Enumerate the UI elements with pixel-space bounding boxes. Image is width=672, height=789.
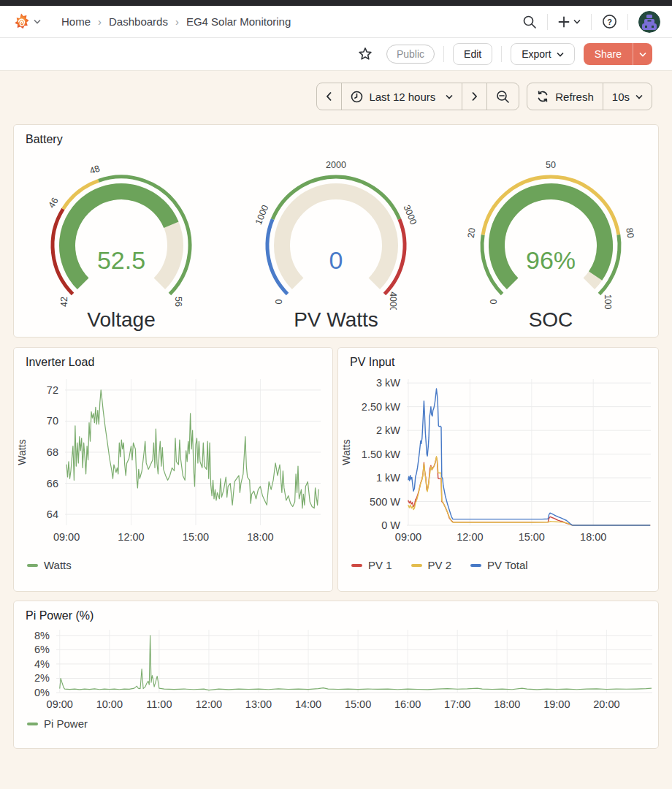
legend-swatch-icon bbox=[27, 564, 38, 567]
svg-text:70: 70 bbox=[47, 415, 58, 427]
svg-text:14:00: 14:00 bbox=[295, 698, 321, 710]
time-shift-forward-button[interactable] bbox=[462, 83, 486, 110]
panel-title-battery[interactable]: Battery bbox=[14, 125, 658, 148]
svg-text:Watts: Watts bbox=[340, 439, 352, 465]
star-button[interactable] bbox=[357, 46, 373, 62]
svg-text:2 kW: 2 kW bbox=[376, 424, 400, 436]
svg-text:20:00: 20:00 bbox=[593, 698, 619, 710]
svg-text:0: 0 bbox=[489, 300, 499, 305]
search-button[interactable] bbox=[522, 15, 537, 29]
inverter-load-legend: Watts bbox=[14, 554, 332, 571]
panel-title-pv-input[interactable]: PV Input bbox=[338, 348, 658, 370]
divider bbox=[443, 46, 444, 62]
svg-text:46: 46 bbox=[46, 196, 60, 210]
svg-text:10:00: 10:00 bbox=[96, 698, 123, 710]
legend-item[interactable]: Watts bbox=[27, 559, 72, 571]
share-caret-button[interactable] bbox=[633, 43, 652, 65]
svg-text:4%: 4% bbox=[34, 658, 50, 670]
chevron-down-icon bbox=[573, 19, 581, 24]
time-shift-back-button[interactable] bbox=[317, 83, 341, 110]
svg-text:4000: 4000 bbox=[388, 291, 398, 310]
share-button[interactable]: Share bbox=[584, 43, 633, 65]
svg-text:19:00: 19:00 bbox=[543, 698, 570, 710]
gauge-voltage: 4246485652.5 Voltage bbox=[14, 158, 229, 332]
avatar-icon bbox=[638, 11, 660, 33]
breadcrumb-dashboards[interactable]: Dashboards bbox=[109, 15, 168, 28]
chevron-down-icon bbox=[34, 19, 41, 24]
pi-power-panel: Pi Power (%) 09:0010:0011:0012:0013:0014… bbox=[13, 601, 659, 749]
gauge-title-pv-watts: PV Watts bbox=[294, 308, 378, 332]
chevron-left-icon bbox=[326, 91, 332, 102]
new-add-button[interactable] bbox=[558, 16, 581, 28]
legend-item[interactable]: PV 1 bbox=[351, 559, 392, 571]
svg-text:12:00: 12:00 bbox=[118, 531, 144, 543]
time-controls-bar: Last 12 hours bbox=[0, 82, 672, 111]
breadcrumb-home[interactable]: Home bbox=[61, 15, 91, 28]
inverter-load-panel: Inverter Load 09:0012:0015:0018:00646668… bbox=[13, 347, 333, 592]
svg-text:12:00: 12:00 bbox=[196, 698, 222, 710]
svg-text:42: 42 bbox=[59, 297, 69, 307]
grafana-dashboard-page: Home › Dashboards › EG4 Solar Monitoring bbox=[0, 0, 672, 789]
time-range-button[interactable]: Last 12 hours bbox=[341, 83, 462, 110]
help-icon: ? bbox=[602, 14, 617, 29]
edit-button[interactable]: Edit bbox=[453, 43, 492, 65]
svg-text:18:00: 18:00 bbox=[247, 531, 273, 543]
breadcrumb: Home › Dashboards › EG4 Solar Monitoring bbox=[61, 15, 291, 28]
export-button-label: Export bbox=[522, 48, 551, 60]
legend-label: PV Total bbox=[487, 559, 528, 571]
gauge-title-voltage: Voltage bbox=[87, 308, 155, 332]
divider bbox=[591, 14, 592, 30]
legend-label: Watts bbox=[44, 559, 72, 571]
svg-text:52.5: 52.5 bbox=[97, 246, 145, 274]
svg-text:500 W: 500 W bbox=[370, 496, 400, 508]
breadcrumb-separator-icon: › bbox=[175, 15, 179, 28]
zoom-out-time-button[interactable] bbox=[486, 83, 519, 110]
inverter-load-chart[interactable]: 09:0012:0015:0018:006466687072Watts bbox=[14, 370, 332, 554]
refresh-button[interactable]: Refresh bbox=[527, 83, 603, 110]
refresh-icon bbox=[536, 90, 549, 103]
chevron-down-icon bbox=[557, 52, 564, 57]
user-avatar[interactable] bbox=[638, 11, 660, 33]
pv-watts-gauge-canvas[interactable]: 010002000300040000 bbox=[249, 158, 423, 310]
svg-text:2%: 2% bbox=[34, 672, 50, 684]
pi-power-chart[interactable]: 09:0010:0011:0012:0013:0014:0015:0016:00… bbox=[14, 624, 658, 713]
legend-item[interactable]: Pi Power bbox=[27, 717, 88, 730]
breadcrumb-separator-icon: › bbox=[98, 15, 102, 28]
plus-icon bbox=[558, 16, 570, 28]
svg-text:12:00: 12:00 bbox=[457, 531, 483, 543]
export-button[interactable]: Export bbox=[511, 43, 574, 65]
breadcrumb-current-dashboard: EG4 Solar Monitoring bbox=[186, 15, 291, 28]
panel-title-pi-power[interactable]: Pi Power (%) bbox=[14, 601, 658, 624]
svg-text:1000: 1000 bbox=[253, 203, 271, 226]
svg-text:72: 72 bbox=[47, 384, 58, 396]
svg-text:68: 68 bbox=[47, 446, 58, 458]
legend-swatch-icon bbox=[351, 564, 362, 567]
refresh-interval-label: 10s bbox=[612, 91, 630, 103]
svg-text:1.50 kW: 1.50 kW bbox=[362, 449, 400, 460]
svg-text:13:00: 13:00 bbox=[245, 698, 272, 710]
nav-actions: ? bbox=[522, 11, 660, 33]
help-button[interactable]: ? bbox=[602, 14, 617, 29]
gauge-title-soc: SOC bbox=[529, 308, 573, 332]
search-icon bbox=[522, 15, 537, 29]
pi-power-legend: Pi Power bbox=[14, 713, 658, 730]
soc-gauge-canvas[interactable]: 020508010096% bbox=[464, 158, 638, 310]
gauge-soc: 020508010096% SOC bbox=[443, 158, 658, 332]
time-range-label: Last 12 hours bbox=[369, 91, 435, 103]
legend-item[interactable]: PV 2 bbox=[411, 559, 452, 571]
panel-title-inverter-load[interactable]: Inverter Load bbox=[14, 348, 332, 370]
svg-text:48: 48 bbox=[88, 164, 102, 177]
svg-text:1 kW: 1 kW bbox=[376, 472, 400, 484]
legend-swatch-icon bbox=[27, 723, 38, 725]
refresh-interval-button[interactable]: 10s bbox=[603, 83, 652, 110]
share-split-button: Share bbox=[584, 43, 652, 65]
voltage-gauge-canvas[interactable]: 4246485652.5 bbox=[34, 158, 208, 310]
legend-swatch-icon bbox=[411, 564, 422, 567]
star-icon bbox=[357, 46, 373, 62]
divider bbox=[501, 46, 502, 62]
pv-input-chart[interactable]: 09:0012:0015:0018:000 W500 W1 kW1.50 kW2… bbox=[338, 370, 658, 554]
grafana-logo-button[interactable] bbox=[12, 12, 41, 31]
svg-text:17:00: 17:00 bbox=[444, 698, 470, 710]
legend-item[interactable]: PV Total bbox=[470, 559, 528, 571]
svg-text:64: 64 bbox=[47, 508, 58, 520]
